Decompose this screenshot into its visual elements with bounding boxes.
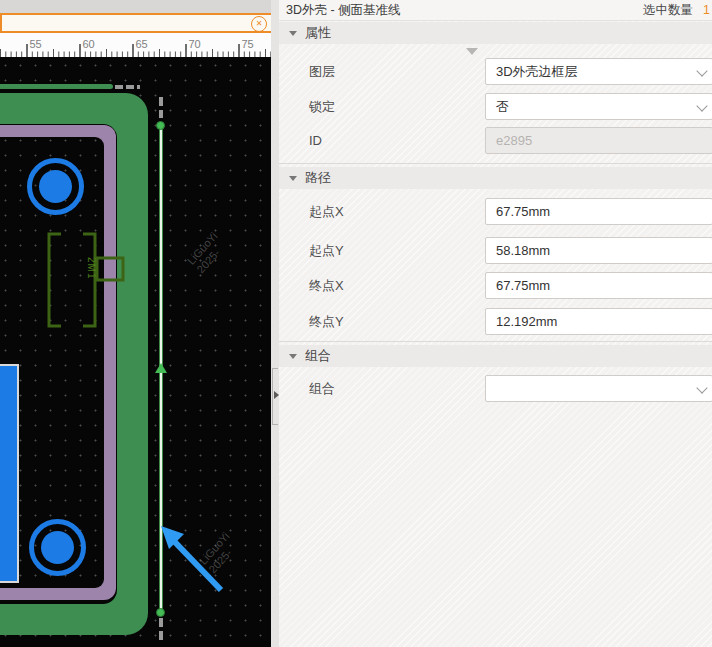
line-endpoint-handle[interactable]	[156, 608, 165, 617]
chevron-down-icon	[696, 100, 707, 111]
field-label-id: ID	[309, 127, 322, 154]
line-endpoint-handle[interactable]	[156, 121, 165, 130]
cursor-arrow-icon	[155, 520, 233, 598]
start-y-input[interactable]: 58.18mm	[485, 237, 712, 264]
start-x-input[interactable]: 67.75mm	[485, 198, 712, 225]
end-y-input[interactable]: 12.192mm	[485, 308, 712, 335]
mounting-pad-hole[interactable]	[39, 170, 72, 203]
panel-divider	[271, 0, 279, 647]
field-label-layer: 图层	[309, 58, 335, 85]
close-icon[interactable]: ✕	[251, 16, 267, 32]
collapse-arrow-icon	[274, 391, 279, 399]
line-midpoint-handle[interactable]	[155, 363, 167, 373]
pcb-canvas[interactable]: ✕ 5560657075 LiGuoYi2025- LiGuoYi2025- L…	[0, 0, 271, 647]
horizontal-ruler: 5560657075	[0, 33, 271, 57]
svg-text:70: 70	[189, 38, 201, 50]
canvas-grid[interactable]: LiGuoYi2025- LiGuoYi2025- LiGuoYi2025-	[0, 57, 271, 647]
field-label-end-x: 终点X	[309, 272, 344, 299]
svg-text:65: 65	[136, 38, 148, 50]
panel-header: 3D外壳 - 侧面基准线 选中数量1	[279, 0, 712, 21]
collapse-triangle-icon	[289, 354, 297, 359]
section-header-path[interactable]: 路径	[279, 167, 712, 189]
dashed-extension-line	[115, 85, 140, 89]
chevron-down-icon	[696, 382, 707, 393]
section-header-properties[interactable]: 属性	[279, 22, 712, 44]
section-separator	[279, 163, 712, 164]
end-x-input[interactable]: 67.75mm	[485, 272, 712, 299]
mounting-pad-hole[interactable]	[41, 531, 74, 564]
group-select[interactable]	[485, 375, 712, 402]
component-footprint[interactable]: 2M1	[38, 226, 133, 336]
lock-select[interactable]: 否	[485, 93, 712, 120]
panel-resize-caret-icon[interactable]	[466, 48, 478, 55]
field-label-start-x: 起点X	[309, 198, 344, 225]
section-header-group[interactable]: 组合	[279, 345, 712, 367]
section-separator	[279, 341, 712, 342]
component-designator: 2M1	[86, 257, 97, 279]
properties-panel: 3D外壳 - 侧面基准线 选中数量1 属性 图层 3D外壳边框层 锁定 否 ID…	[279, 0, 712, 647]
watermark: LiGuoYi2025-	[185, 230, 230, 276]
dashed-extension-line	[159, 97, 163, 118]
collapse-triangle-icon	[289, 31, 297, 36]
id-field: e2895	[485, 127, 712, 154]
svg-text:55: 55	[30, 38, 42, 50]
svg-text:60: 60	[83, 38, 95, 50]
canvas-notification-bar: ✕	[0, 13, 271, 33]
field-label-group: 组合	[309, 375, 335, 402]
chevron-down-icon	[696, 65, 707, 76]
connector-pad-rect[interactable]	[0, 364, 19, 583]
collapse-triangle-icon	[289, 176, 297, 181]
dashed-extension-line	[159, 618, 163, 641]
field-label-start-y: 起点Y	[309, 237, 344, 264]
easyeda-pcb-editor: ✕ 5560657075 LiGuoYi2025- LiGuoYi2025- L…	[0, 0, 712, 647]
field-label-lock: 锁定	[309, 93, 335, 120]
selected-count: 选中数量1	[643, 2, 710, 19]
shell-top-reference-line[interactable]	[0, 84, 113, 89]
layer-select[interactable]: 3D外壳边框层	[485, 58, 712, 85]
svg-text:75: 75	[242, 38, 254, 50]
panel-title: 3D外壳 - 侧面基准线	[286, 2, 401, 19]
field-label-end-y: 终点Y	[309, 308, 344, 335]
